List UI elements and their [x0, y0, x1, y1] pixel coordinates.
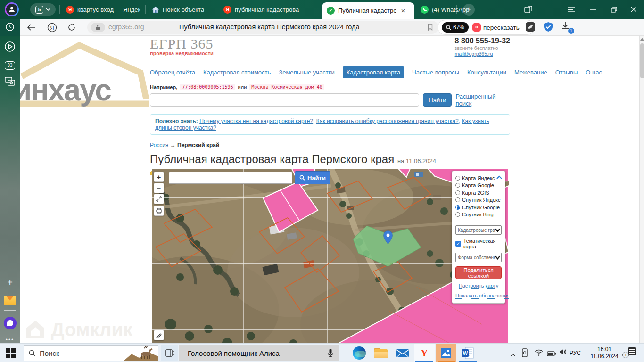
taskbar-search[interactable]: Поиск: [24, 345, 158, 361]
find-button[interactable]: Найти: [423, 93, 452, 107]
zoom-badge[interactable]: 67%: [442, 22, 469, 33]
yandex-mail-icon[interactable]: [0, 293, 20, 307]
map-fullscreen-button[interactable]: [154, 194, 164, 204]
nav-faq[interactable]: Частые вопросы: [412, 69, 459, 76]
ownership-select-value: Форма собственности на: [458, 255, 495, 260]
scrollbar-thumb[interactable]: [640, 43, 644, 78]
breadcrumb-root[interactable]: Россия: [150, 142, 168, 148]
useful-link-1[interactable]: Почему участка нет на кадастровой карте?: [199, 118, 313, 124]
address-bar[interactable]: egrp365.org Публичная кадастровая карта …: [87, 21, 438, 34]
nav-about[interactable]: О нас: [586, 69, 602, 76]
profile-avatar[interactable]: [5, 2, 19, 16]
scroll-up-arrow[interactable]: [640, 38, 644, 41]
map-zoom-out-button[interactable]: −: [154, 183, 164, 193]
nav-consulting[interactable]: Консультации: [467, 69, 506, 76]
photos-app-icon[interactable]: [436, 344, 456, 362]
edge-app-icon[interactable]: [349, 344, 370, 362]
nav-land-plots[interactable]: Земельные участки: [279, 69, 334, 76]
mail-app-icon[interactable]: [392, 344, 413, 362]
collapse-panel-icon[interactable]: [496, 174, 502, 180]
divider: [217, 5, 217, 14]
restore-button[interactable]: [607, 4, 620, 15]
layer-radio-2gis-map[interactable]: Карта 2GIS: [455, 189, 502, 197]
nav-cadastral-map[interactable]: Кадастровая карта: [343, 66, 404, 78]
email-link[interactable]: mail@egrp365.ru: [455, 51, 510, 57]
divider: [455, 222, 502, 222]
layer-radio-google-sat[interactable]: Спутник Google: [455, 204, 502, 211]
tabs-panel-icon[interactable]: 33: [0, 58, 20, 73]
file-explorer-icon[interactable]: [371, 344, 391, 362]
nav-cadastral-value[interactable]: Кадастровая стоимость: [203, 69, 271, 76]
useful-link-2[interactable]: Как исправить ошибку расположения границ…: [316, 118, 459, 124]
map-print-button[interactable]: [154, 206, 164, 216]
ownership-select[interactable]: Форма собственности на: [455, 253, 502, 262]
map-find-button[interactable]: Найти: [295, 171, 330, 184]
lock-icon[interactable]: [91, 23, 105, 32]
separator: ,: [459, 118, 460, 124]
bookmark-flag-icon[interactable]: [428, 24, 433, 33]
cadastral-map[interactable]: + − Найти Карта Яндекс Карта Goog: [152, 169, 509, 343]
close-tab-icon[interactable]: ×: [401, 7, 405, 15]
map-zoom-in-button[interactable]: +: [154, 172, 164, 182]
volume-icon[interactable]: [559, 348, 567, 357]
wifi-icon[interactable]: [535, 349, 543, 358]
yandex-browser-icon[interactable]: Y: [414, 344, 435, 362]
layer-radio-yandex-sat[interactable]: Спутник Яндекс: [455, 197, 502, 204]
yandex-search-icon[interactable]: Я: [45, 21, 58, 34]
extension-icon[interactable]: [525, 22, 536, 34]
tab-object-search[interactable]: Поиск объекта: [147, 0, 216, 19]
add-widget-icon[interactable]: +: [0, 275, 20, 289]
start-button[interactable]: [6, 348, 16, 358]
configure-map-link[interactable]: Настроить карту: [459, 283, 499, 289]
alisa-icon[interactable]: [0, 316, 20, 330]
word-app-icon[interactable]: W: [457, 344, 478, 362]
reload-button[interactable]: [65, 21, 78, 34]
share-link-button[interactable]: Поделиться ссылкой: [455, 266, 502, 279]
retell-button[interactable]: « пересказать: [472, 23, 520, 32]
sidebar-panels-icon[interactable]: [521, 4, 535, 15]
borders-select[interactable]: Кадастровые границы 2024: [455, 225, 502, 235]
layer-radio-google-map[interactable]: Карта Google: [455, 182, 502, 189]
close-window-button[interactable]: [627, 4, 640, 15]
thematic-map-checkbox[interactable]: ✓ Тематическая карта: [455, 238, 502, 249]
taskbar-clock[interactable]: 16:01 11.06.2024: [587, 346, 621, 360]
divider: [59, 5, 60, 14]
advanced-search-link[interactable]: Расширенный поиск: [455, 93, 510, 107]
show-legend-link[interactable]: Показать обозначения: [455, 293, 509, 299]
notification-center-icon[interactable]: 1: [628, 347, 637, 357]
minimize-button[interactable]: [586, 4, 600, 15]
time: 16:01: [587, 346, 621, 353]
example-cadastral-number[interactable]: 77:08:0009005:1596: [180, 84, 235, 90]
microphone-icon[interactable]: [327, 348, 334, 358]
phone-link-icon[interactable]: [521, 348, 528, 359]
useful-info-box: Полезно знать: Почему участка нет на кад…: [150, 114, 510, 135]
map-search-input[interactable]: [169, 172, 292, 184]
breadcrumb: Россия → Пермский край: [150, 142, 510, 148]
menu-icon[interactable]: [565, 4, 578, 15]
screenshot-icon[interactable]: [0, 74, 20, 89]
play-icon[interactable]: [0, 40, 20, 54]
tray-expand-icon[interactable]: [510, 350, 516, 359]
address-search-input[interactable]: [150, 93, 419, 107]
download-button[interactable]: 1: [561, 22, 571, 32]
alisa-assistant-bar[interactable]: Голосовой помощник Алиса: [179, 345, 339, 361]
map-measure-button[interactable]: [154, 330, 164, 340]
example-address[interactable]: Москва Космическая дом 40: [249, 84, 324, 90]
task-view-button[interactable]: [161, 345, 178, 361]
page-scrollbar[interactable]: [639, 36, 644, 343]
nav-reviews[interactable]: Отзывы: [555, 69, 578, 76]
new-tab-button[interactable]: +: [463, 4, 475, 16]
tab-kvartus[interactable]: Я квартус вход — Яндекс: [61, 0, 144, 19]
battery-icon[interactable]: [547, 350, 556, 358]
tab-cadastral-active[interactable]: ✓ Публичная кадастро ×: [322, 2, 414, 19]
tab-counter[interactable]: 5: [30, 3, 56, 16]
protect-extension-icon[interactable]: [543, 22, 553, 34]
back-button[interactable]: [25, 21, 38, 34]
layer-radio-yandex-map[interactable]: Карта Яндекс: [455, 174, 502, 182]
language-indicator[interactable]: РУС: [570, 350, 581, 356]
tab-cadastral-1[interactable]: Я публичная кадастрова: [219, 0, 321, 19]
layer-radio-bing-sat[interactable]: Спутник Bing: [455, 211, 502, 219]
history-icon[interactable]: [0, 18, 20, 36]
nav-surveying[interactable]: Межевание: [514, 69, 547, 76]
retell-label: пересказать: [483, 24, 520, 31]
